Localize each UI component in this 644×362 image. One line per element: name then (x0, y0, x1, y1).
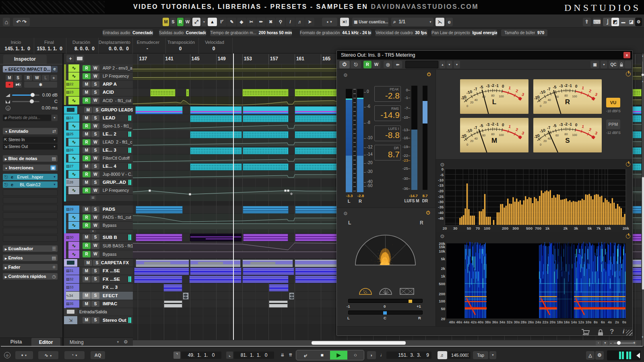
svg-text:40: 40 (547, 98, 551, 102)
svg-text:M: M (491, 137, 497, 144)
svg-text:L: L (492, 98, 496, 106)
svg-text:-3: -3 (559, 84, 563, 88)
svg-text:-3: -3 (486, 122, 490, 127)
svg-text:40: 40 (547, 137, 551, 140)
svg-text:80: 80 (564, 132, 568, 136)
svg-text:100: 100 (499, 133, 504, 137)
svg-text:20: 20 (470, 101, 473, 104)
svg-text:S: S (565, 137, 570, 144)
svg-text:80: 80 (491, 94, 494, 97)
svg-text:100: 100 (572, 95, 577, 98)
svg-text:-2: -2 (491, 122, 495, 126)
svg-text:-2: -2 (491, 83, 495, 88)
svg-text:-2: -2 (564, 83, 568, 88)
svg-text:-3: -3 (486, 84, 490, 88)
svg-text:80: 80 (564, 94, 568, 97)
svg-text:40: 40 (474, 98, 477, 102)
svg-text:0: 0 (466, 104, 468, 108)
svg-text:0: 0 (466, 143, 468, 146)
svg-text:20: 20 (543, 101, 547, 104)
svg-text:0: 0 (540, 104, 541, 108)
svg-text:100: 100 (572, 133, 577, 137)
svg-text:60: 60 (555, 134, 559, 137)
svg-text:20: 20 (543, 139, 547, 143)
svg-text:40: 40 (474, 137, 477, 140)
svg-text:-1: -1 (495, 83, 499, 88)
svg-text:-3: -3 (559, 122, 563, 127)
svg-text:80: 80 (491, 132, 494, 136)
svg-text:R: R (565, 98, 570, 106)
svg-text:-2: -2 (564, 122, 568, 126)
svg-text:-1: -1 (568, 122, 572, 126)
svg-text:20: 20 (470, 139, 473, 143)
svg-text:0: 0 (540, 143, 541, 146)
svg-text:100: 100 (499, 95, 504, 98)
svg-text:-1: -1 (495, 122, 499, 126)
svg-text:-1: -1 (568, 83, 572, 88)
svg-text:60: 60 (482, 134, 485, 137)
